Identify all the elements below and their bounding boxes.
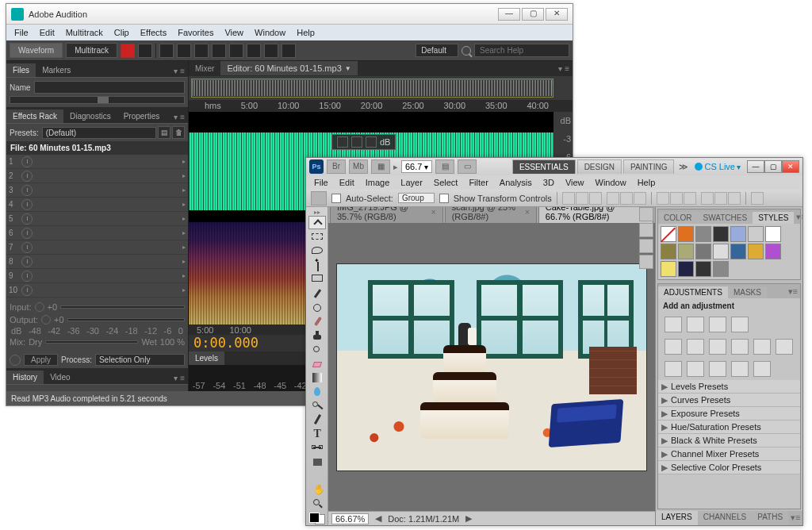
properties-tab[interactable]: Properties (117, 109, 167, 123)
style-swatch[interactable] (678, 244, 694, 259)
distribute-icon[interactable] (728, 192, 741, 205)
close-button[interactable]: ✕ (546, 8, 568, 21)
rectangle-tool[interactable] (308, 453, 326, 467)
preset-item[interactable]: ▶Channel Mixer Presets (658, 447, 800, 461)
adjustments-tab[interactable]: ADJUSTMENTS (658, 286, 728, 298)
fx-slot[interactable]: 8▸ (6, 255, 188, 269)
preset-item[interactable]: ▶Exposure Presets (658, 407, 800, 421)
panel-menu-icon[interactable]: ▾≡ (788, 511, 802, 525)
panel-menu-icon[interactable]: ▾≡ (786, 285, 800, 298)
posterize-icon[interactable] (687, 361, 704, 377)
hue-sat-icon[interactable] (687, 339, 704, 355)
overview-navigator[interactable] (191, 79, 553, 98)
fx-slot[interactable]: 4▸ (6, 198, 188, 212)
style-swatch[interactable] (661, 226, 676, 242)
menu-edit[interactable]: Edit (335, 177, 359, 188)
crop-tool[interactable] (308, 271, 326, 285)
files-tab[interactable]: Files (6, 63, 36, 77)
move-tool[interactable] (308, 216, 326, 229)
menu-edit[interactable]: Edit (35, 26, 59, 39)
workspace-essentials[interactable]: ESSENTIALS (512, 159, 576, 174)
align-right-icon[interactable] (634, 192, 646, 205)
levels-tab[interactable]: Levels (189, 351, 224, 365)
document-tab[interactable]: scan.jpg @ 25% (RGB/8#)× (445, 207, 537, 223)
style-swatch[interactable] (748, 244, 764, 259)
help-search-input[interactable] (474, 44, 569, 57)
style-swatch[interactable] (765, 244, 781, 259)
3d-tool[interactable] (308, 467, 326, 480)
menu-3d[interactable]: 3D (538, 177, 559, 188)
tool-razor-icon[interactable] (177, 44, 191, 58)
gradient-map-icon[interactable] (731, 361, 749, 377)
mode-waveform[interactable]: Waveform (10, 43, 63, 58)
history-brush-tool[interactable] (308, 341, 326, 355)
photoshop-titlebar[interactable]: Ps Br Mb ▦ ▸ 66.7 ▾ ▤ ▭ ESSENTIALS DESIG… (306, 158, 802, 175)
show-transform-checkbox[interactable] (439, 194, 449, 203)
markers-tab[interactable]: Markers (36, 63, 77, 77)
fx-slot[interactable]: 5▸ (6, 212, 188, 226)
more-workspaces-icon[interactable]: ≫ (676, 162, 691, 172)
clone-stamp-tool[interactable] (308, 328, 326, 341)
style-swatch[interactable] (661, 261, 676, 277)
document-tab[interactable]: IMG_2719.JPG @ 35.7% (RGB/8)× (330, 207, 443, 223)
menu-file[interactable]: File (10, 26, 33, 39)
distribute-icon[interactable] (701, 192, 714, 205)
zoom-readout[interactable]: 66.67% (331, 513, 369, 524)
fx-slot[interactable]: 3▸ (6, 183, 188, 198)
arrange-icon[interactable]: ▤ (435, 159, 454, 174)
panel-menu-icon[interactable]: ▾ ≡ (170, 65, 188, 77)
hud-icon[interactable] (337, 136, 348, 148)
hud-icon[interactable] (351, 136, 362, 148)
input-fader[interactable] (60, 305, 185, 309)
exposure-icon[interactable] (731, 317, 749, 332)
actions-panel-icon[interactable] (639, 223, 653, 237)
fx-slot[interactable]: 6▸ (6, 226, 188, 240)
align-vc-icon[interactable] (576, 192, 588, 205)
tool-lasso-icon[interactable] (247, 44, 261, 58)
tool-heal-icon[interactable] (282, 44, 296, 58)
brightness-icon[interactable] (665, 317, 682, 332)
minimize-button[interactable]: — (498, 8, 520, 21)
hud-overlay[interactable]: dB (331, 134, 396, 150)
photo-filter-icon[interactable] (753, 339, 771, 355)
close-tab-icon[interactable]: × (525, 208, 530, 217)
document-tab[interactable]: Cake-Table.jpg @ 66.7% (RGB/8#)× (538, 207, 653, 223)
fx-slot[interactable]: 9▸ (6, 269, 188, 283)
style-swatch[interactable] (730, 226, 746, 242)
align-top-icon[interactable] (562, 192, 575, 205)
menu-window[interactable]: Window (250, 26, 290, 39)
blur-tool[interactable] (308, 383, 326, 397)
menu-view[interactable]: View (561, 177, 589, 188)
menu-select[interactable]: Select (429, 177, 463, 188)
curves-icon[interactable] (709, 317, 726, 332)
tool-icon[interactable] (138, 44, 152, 58)
style-swatch[interactable] (748, 226, 764, 242)
channels-tab[interactable]: CHANNELS (698, 511, 752, 525)
preset-item[interactable]: ▶Hue/Saturation Presets (658, 421, 800, 434)
auto-align-icon[interactable] (751, 192, 764, 205)
fx-slot[interactable]: 2▸ (6, 169, 188, 183)
menu-filter[interactable]: Filter (464, 177, 492, 188)
fx-slot[interactable]: 1▸ (6, 155, 188, 169)
bridge-button[interactable]: Br (327, 159, 346, 174)
eraser-tool[interactable] (308, 355, 326, 369)
marquee-tool[interactable] (308, 230, 326, 244)
distribute-icon[interactable] (714, 192, 727, 205)
dodge-tool[interactable] (308, 398, 326, 411)
healing-brush-tool[interactable] (308, 299, 326, 313)
eyedropper-tool[interactable] (308, 286, 326, 299)
power-icon[interactable] (10, 355, 21, 366)
distribute-icon[interactable] (657, 192, 669, 205)
lasso-tool[interactable] (308, 244, 326, 257)
menu-effects[interactable]: Effects (136, 26, 171, 39)
style-swatch[interactable] (713, 261, 729, 277)
close-button[interactable]: ✕ (782, 160, 799, 173)
mode-multitrack[interactable]: Multitrack (66, 43, 117, 58)
process-dropdown[interactable]: Selection Only (95, 354, 185, 366)
workspace-painting[interactable]: PAINTING (623, 159, 674, 174)
align-bottom-icon[interactable] (589, 192, 602, 205)
menu-file[interactable]: File (309, 177, 333, 188)
time-ruler[interactable]: hms5:0010:0015:0020:0025:0030:0035:0040:… (189, 100, 573, 112)
type-tool[interactable] (308, 425, 326, 439)
vibrance-icon[interactable] (665, 339, 682, 355)
